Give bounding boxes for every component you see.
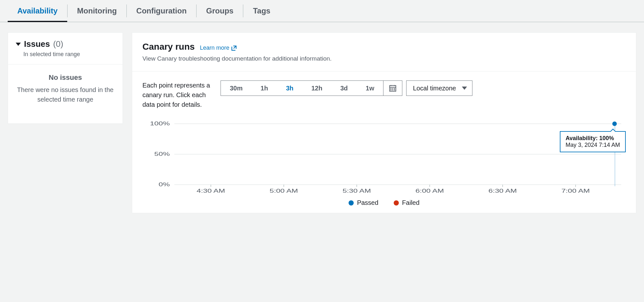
tab-configuration[interactable]: Configuration <box>127 0 196 22</box>
svg-point-4 <box>391 90 391 90</box>
issues-body: No issues There were no issues found in … <box>8 64 123 123</box>
x-tick: 6:00 AM <box>415 188 444 193</box>
x-tick: 5:00 AM <box>270 188 298 193</box>
calendar-icon <box>389 85 396 92</box>
legend-failed-label: Failed <box>402 199 419 206</box>
no-issues-text: There were no issues found in the select… <box>16 85 115 104</box>
panel-subtitle: View Canary troubleshooting documentatio… <box>142 55 626 62</box>
issues-count: (0) <box>53 39 63 49</box>
no-issues-title: No issues <box>16 73 115 82</box>
legend-failed: Failed <box>394 199 419 206</box>
range-1h[interactable]: 1h <box>252 81 277 96</box>
svg-point-6 <box>394 90 395 90</box>
range-30m[interactable]: 30m <box>221 81 252 96</box>
external-link-icon <box>231 45 237 51</box>
timezone-label: Local timezone <box>413 85 456 92</box>
issues-panel: Issues (0) In selected time range No iss… <box>8 32 123 124</box>
chart-legend: Passed Failed <box>142 199 626 206</box>
passed-dot-icon <box>349 200 354 206</box>
tooltip-title: Availability: 100% <box>566 135 620 142</box>
data-point-passed[interactable] <box>612 122 617 126</box>
x-tick: 6:30 AM <box>488 188 517 193</box>
caret-down-icon <box>16 43 21 46</box>
legend-passed-label: Passed <box>357 199 378 206</box>
y-tick: 0% <box>158 181 170 188</box>
content: Issues (0) In selected time range No iss… <box>0 22 644 223</box>
range-3d[interactable]: 3d <box>331 81 357 96</box>
panel-title: Canary runs <box>142 42 195 52</box>
canary-runs-panel: Canary runs Learn more View Canary troub… <box>132 32 636 213</box>
tab-monitoring[interactable]: Monitoring <box>68 0 126 22</box>
svg-point-2 <box>393 88 393 89</box>
range-3h[interactable]: 3h <box>277 81 302 96</box>
chart-tooltip: Availability: 100% May 3, 2024 7:14 AM <box>560 131 626 152</box>
x-tick: 4:30 AM <box>197 188 225 193</box>
time-range-group: 30m1h3h12h3d1w <box>221 80 402 96</box>
issues-header[interactable]: Issues (0) In selected time range <box>8 33 123 64</box>
y-tick: 50% <box>154 151 170 157</box>
learn-more-label: Learn more <box>200 45 229 51</box>
timezone-select[interactable]: Local timezone <box>406 80 472 96</box>
tab-bar: AvailabilityMonitoringConfigurationGroup… <box>0 0 644 22</box>
tab-availability[interactable]: Availability <box>8 0 67 22</box>
divider <box>132 71 636 71</box>
y-tick: 100% <box>150 121 170 127</box>
chart[interactable]: 100% 50% 0% 4:30 AM 5:00 AM 5:30 AM 6:00… <box>142 116 626 193</box>
failed-dot-icon <box>394 200 399 206</box>
svg-point-5 <box>393 90 393 90</box>
range-12h[interactable]: 12h <box>302 81 331 96</box>
calendar-button[interactable] <box>383 81 402 96</box>
svg-point-3 <box>394 88 395 89</box>
chevron-down-icon <box>462 87 467 90</box>
tooltip-time: May 3, 2024 7:14 AM <box>566 142 620 148</box>
learn-more-link[interactable]: Learn more <box>200 45 237 51</box>
range-1w[interactable]: 1w <box>357 81 383 96</box>
x-tick: 7:00 AM <box>561 188 590 193</box>
issues-title: Issues <box>24 39 50 49</box>
chart-description: Each point represents a canary run. Clic… <box>142 80 213 109</box>
tab-tags[interactable]: Tags <box>243 0 280 22</box>
issues-subtitle: In selected time range <box>23 51 115 58</box>
svg-point-1 <box>391 88 391 89</box>
legend-passed: Passed <box>349 199 378 206</box>
tab-groups[interactable]: Groups <box>197 0 243 22</box>
chart-svg: 100% 50% 0% 4:30 AM 5:00 AM 5:30 AM 6:00… <box>142 116 626 193</box>
x-tick: 5:30 AM <box>342 188 371 193</box>
